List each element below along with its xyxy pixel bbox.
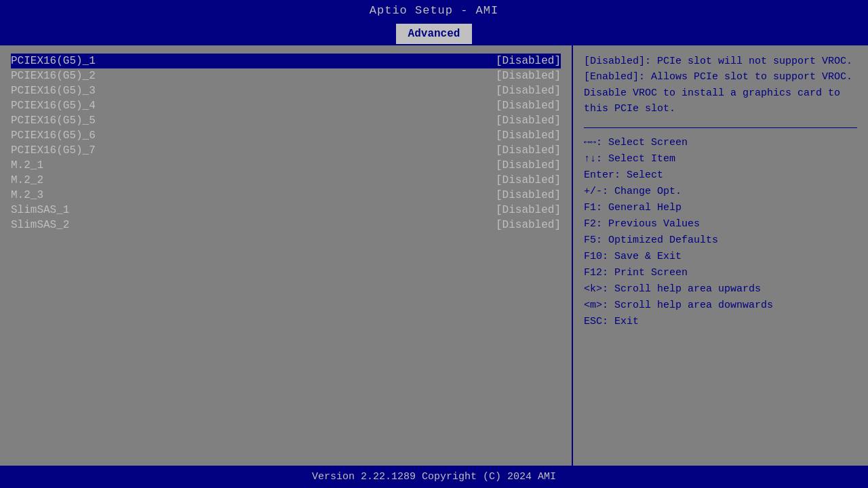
divider bbox=[584, 127, 857, 128]
help-line: [Enabled]: Allows PCIe slot to support V… bbox=[584, 69, 857, 85]
left-panel: PCIEX16(G5)_1[Disabled]PCIEX16(G5)_2[Dis… bbox=[0, 45, 573, 466]
menu-row[interactable]: PCIEX16(G5)_6[Disabled] bbox=[11, 128, 561, 143]
menu-row[interactable]: SlimSAS_2[Disabled] bbox=[11, 218, 561, 232]
legend-row: F1: General Help bbox=[584, 200, 857, 216]
menu-label: M.2_2 bbox=[11, 174, 43, 186]
menu-row[interactable]: SlimSAS_1[Disabled] bbox=[11, 203, 561, 218]
menu-label: SlimSAS_1 bbox=[11, 204, 69, 216]
footer-text: Version 2.22.1289 Copyright (C) 2024 AMI bbox=[312, 471, 556, 483]
menu-value: [Disabled] bbox=[496, 189, 561, 201]
menu-label: PCIEX16(G5)_2 bbox=[11, 70, 96, 82]
menu-row[interactable]: PCIEX16(G5)_4[Disabled] bbox=[11, 98, 561, 113]
help-line: [Disabled]: PCIe slot will not support V… bbox=[584, 54, 857, 69]
menu-row[interactable]: PCIEX16(G5)_3[Disabled] bbox=[11, 83, 561, 98]
menu-label: PCIEX16(G5)_4 bbox=[11, 100, 96, 112]
footer: Version 2.22.1289 Copyright (C) 2024 AMI bbox=[0, 466, 868, 487]
menu-value: [Disabled] bbox=[496, 159, 561, 171]
legend-row: ↔↔: Select Screen bbox=[584, 135, 857, 151]
legend-row: Enter: Select bbox=[584, 167, 857, 184]
menu-label: PCIEX16(G5)_5 bbox=[11, 115, 96, 127]
menu-row[interactable]: PCIEX16(G5)_5[Disabled] bbox=[11, 113, 561, 128]
legend-row: ↑↓: Select Item bbox=[584, 151, 857, 167]
menu-value: [Disabled] bbox=[496, 100, 561, 112]
menu-row[interactable]: M.2_1[Disabled] bbox=[11, 158, 561, 173]
title-text: Aptio Setup - AMI bbox=[370, 4, 498, 17]
menu-row[interactable]: PCIEX16(G5)_2[Disabled] bbox=[11, 68, 561, 83]
help-line: Disable VROC to install a graphics card … bbox=[584, 85, 857, 117]
key-legend: ↔↔: Select Screen↑↓: Select ItemEnter: S… bbox=[584, 135, 857, 330]
menu-value: [Disabled] bbox=[496, 144, 561, 157]
menu-row[interactable]: M.2_3[Disabled] bbox=[11, 188, 561, 203]
menu-value: [Disabled] bbox=[496, 70, 561, 82]
menu-label: PCIEX16(G5)_7 bbox=[11, 144, 96, 157]
legend-row: F10: Save & Exit bbox=[584, 249, 857, 265]
menu-row[interactable]: M.2_2[Disabled] bbox=[11, 173, 561, 188]
menu-label: PCIEX16(G5)_3 bbox=[11, 85, 96, 97]
legend-row: F2: Previous Values bbox=[584, 216, 857, 232]
help-text: [Disabled]: PCIe slot will not support V… bbox=[584, 54, 857, 117]
legend-row: F12: Print Screen bbox=[584, 265, 857, 281]
menu-row[interactable]: PCIEX16(G5)_1[Disabled] bbox=[11, 54, 561, 68]
legend-row: <m>: Scroll help area downwards bbox=[584, 298, 857, 314]
menu-label: M.2_3 bbox=[11, 189, 43, 201]
menu-value: [Disabled] bbox=[496, 204, 561, 216]
menu-value: [Disabled] bbox=[496, 115, 561, 127]
menu-label: PCIEX16(G5)_6 bbox=[11, 129, 96, 142]
legend-row: F5: Optimized Defaults bbox=[584, 232, 857, 249]
app-title: Aptio Setup - AMI bbox=[0, 0, 868, 21]
legend-row: +/-: Change Opt. bbox=[584, 184, 857, 200]
right-panel: [Disabled]: PCIe slot will not support V… bbox=[573, 45, 868, 466]
tab-advanced[interactable]: Advanced bbox=[396, 24, 473, 44]
legend-row: ESC: Exit bbox=[584, 314, 857, 330]
menu-value: [Disabled] bbox=[496, 85, 561, 97]
legend-row: <k>: Scroll help area upwards bbox=[584, 281, 857, 298]
tab-bar: Advanced bbox=[0, 21, 868, 44]
menu-value: [Disabled] bbox=[496, 219, 561, 231]
menu-value: [Disabled] bbox=[496, 174, 561, 186]
menu-label: M.2_1 bbox=[11, 159, 43, 171]
main-content: PCIEX16(G5)_1[Disabled]PCIEX16(G5)_2[Dis… bbox=[0, 45, 868, 466]
menu-label: SlimSAS_2 bbox=[11, 219, 69, 231]
menu-value: [Disabled] bbox=[496, 55, 561, 67]
menu-value: [Disabled] bbox=[496, 129, 561, 142]
menu-row[interactable]: PCIEX16(G5)_7[Disabled] bbox=[11, 143, 561, 158]
menu-label: PCIEX16(G5)_1 bbox=[11, 55, 96, 67]
